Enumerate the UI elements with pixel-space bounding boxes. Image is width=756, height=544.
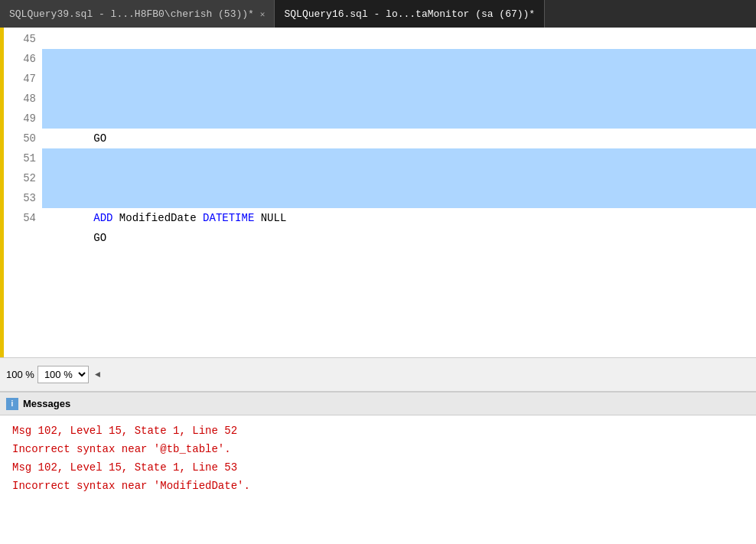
line-num-48: 48	[4, 89, 42, 109]
msg-line-4: Incorrect syntax near 'ModifiedDate'.	[12, 477, 744, 495]
line-num-52: 52	[4, 168, 42, 188]
code-line-52: −ALTER TABLE @tb_table	[42, 168, 756, 188]
tab-sqlquery16[interactable]: SQLQuery16.sql - lo...taMonitor (sa (67)…	[275, 0, 545, 28]
code-indent-54	[80, 232, 93, 244]
tab-label-2: SQLQuery16.sql - lo...taMonitor (sa (67)…	[284, 8, 535, 20]
tab-label-1: SQLQuery39.sql - l...H8FB0\cherish (53))…	[9, 8, 254, 20]
zoom-select[interactable]: 75 % 100 % 125 % 150 %	[37, 366, 89, 383]
code-line-54: GO	[42, 208, 756, 228]
scroll-left-arrow[interactable]: ◄	[95, 370, 100, 380]
code-line-48: ADD ModifiedDate DATETIME NULL	[42, 89, 756, 109]
line-num-46: 46	[4, 49, 42, 69]
msg-line-3: Msg 102, Level 15, State 1, Line 53	[12, 458, 744, 477]
messages-content: Msg 102, Level 15, State 1, Line 52 Inco…	[0, 415, 756, 501]
messages-title: Messages	[23, 398, 70, 409]
messages-panel: i Messages Msg 102, Level 15, State 1, L…	[0, 391, 756, 544]
msg-line-2: Incorrect syntax near '@tb_table'.	[12, 440, 744, 458]
code-line-51: -- Try to add a new column to table vari…	[42, 148, 756, 168]
status-bar: 100 % 75 % 100 % 125 % 150 % ◄	[0, 357, 756, 391]
line-num-47: 47	[4, 69, 42, 89]
tab-close-1[interactable]: ✕	[260, 9, 266, 19]
line-numbers-gutter: 45 46 47 48 49 50 51 52 53 54	[4, 28, 42, 357]
line-num-51: 51	[4, 148, 42, 168]
code-line-50	[42, 129, 756, 148]
zoom-label: 100 %	[6, 369, 34, 380]
line-num-53: 53	[4, 188, 42, 208]
editor-area: 45 46 47 48 49 50 51 52 53 54 -- Add a n…	[0, 28, 756, 357]
code-line-53: ADD ModifiedDate DATETIME NULL	[42, 188, 756, 208]
line-num-45: 45	[4, 29, 42, 49]
code-go-54: GO	[93, 232, 106, 244]
tab-sqlquery39[interactable]: SQLQuery39.sql - l...H8FB0\cherish (53))…	[0, 0, 275, 28]
code-content[interactable]: -- Add a new column into temp table −ALT…	[42, 28, 756, 357]
line-num-54: 54	[4, 208, 42, 228]
line-num-49: 49	[4, 109, 42, 129]
code-line-46: -- Add a new column into temp table	[42, 49, 756, 69]
messages-header: i Messages	[0, 393, 756, 415]
code-line-45	[42, 29, 756, 49]
msg-line-1: Msg 102, Level 15, State 1, Line 52	[12, 422, 744, 440]
code-line-49: GO	[42, 109, 756, 129]
code-line-47: −ALTER TABLE #tb_table	[42, 69, 756, 89]
messages-icon: i	[6, 398, 18, 410]
line-num-50: 50	[4, 129, 42, 148]
tab-bar: SQLQuery39.sql - l...H8FB0\cherish (53))…	[0, 0, 756, 28]
